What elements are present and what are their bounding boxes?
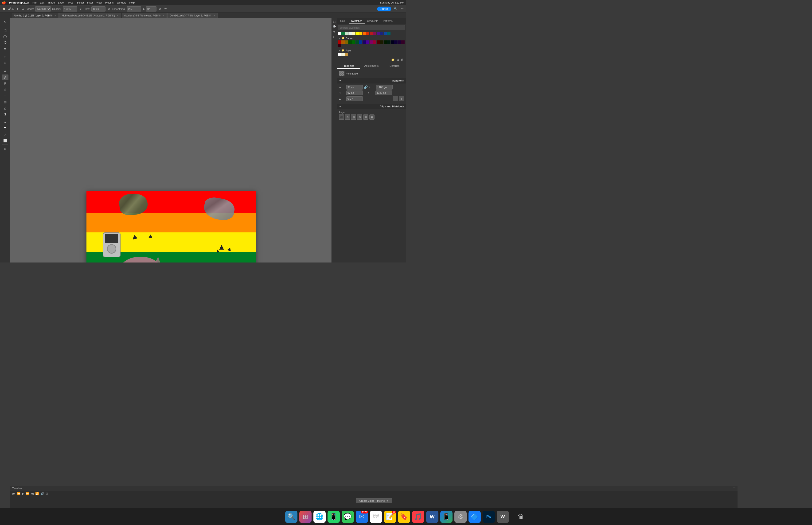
- swatch-cell[interactable]: [391, 41, 394, 44]
- tool-marquee-rect[interactable]: ⬚: [2, 28, 9, 33]
- search-btn[interactable]: 🔍: [393, 7, 398, 11]
- toolbar-home-btn[interactable]: 🏠: [1, 7, 6, 11]
- swatch-cell[interactable]: [377, 41, 380, 44]
- opacity-input[interactable]: [63, 6, 77, 12]
- darker-group-header[interactable]: ▼ 📁 Darker: [338, 36, 405, 41]
- app-name[interactable]: Photoshop 2024: [9, 1, 29, 4]
- swatch-cell[interactable]: [359, 41, 362, 44]
- swatch-cell[interactable]: [370, 41, 373, 44]
- swatch-cell[interactable]: [345, 52, 348, 56]
- w-input[interactable]: [346, 85, 363, 90]
- swatch-cell[interactable]: [341, 52, 345, 56]
- tab-1[interactable]: MobileWebsite.psd @ 48.1% (Artboard 1, R…: [59, 13, 121, 18]
- swatch-cell[interactable]: [349, 41, 352, 44]
- align-section-header[interactable]: ▼ Align and Distribute: [337, 104, 406, 109]
- swatch-cell[interactable]: [366, 41, 369, 44]
- y-input[interactable]: [376, 90, 392, 95]
- tab-gradients[interactable]: Gradients: [365, 18, 381, 24]
- align-right-btn[interactable]: ▧: [351, 115, 356, 120]
- swatch-folder-btn[interactable]: 📁: [391, 58, 395, 62]
- flip-h-btn[interactable]: ↔: [393, 96, 398, 101]
- tab-properties[interactable]: Properties: [337, 63, 360, 69]
- swatch-search-input[interactable]: [338, 25, 405, 30]
- airbrush-btn[interactable]: ⊘: [78, 7, 82, 11]
- swatch-cell[interactable]: [355, 32, 359, 35]
- menu-image[interactable]: Image: [48, 1, 55, 4]
- tab-3[interactable]: DinoBG.psd @ 77.6% (Layer 1, RGB/8) ✕: [167, 13, 218, 18]
- flow-input[interactable]: [91, 6, 106, 12]
- tool-lasso[interactable]: [2, 40, 9, 45]
- tool-eraser[interactable]: ◻: [2, 93, 9, 99]
- menu-edit[interactable]: Edit: [40, 1, 44, 4]
- swatch-cell[interactable]: [352, 41, 355, 44]
- x-input[interactable]: [376, 85, 393, 90]
- canvas-area[interactable]: 77.64% 2350 px x 2025 px (300 ppi) ▶: [10, 18, 332, 262]
- menu-file[interactable]: File: [32, 1, 37, 4]
- transform-section-header[interactable]: ▼ Transform: [337, 78, 406, 84]
- tab-color[interactable]: Color: [338, 18, 349, 24]
- more-btn[interactable]: ⋯: [400, 7, 404, 11]
- mini-chat-btn[interactable]: 💬: [332, 25, 336, 29]
- swatch-cell[interactable]: [387, 32, 390, 35]
- tool-move[interactable]: ↖: [2, 19, 9, 25]
- swatch-cell[interactable]: [384, 41, 387, 44]
- tool-gradient[interactable]: ▤: [2, 99, 9, 105]
- swatch-cell[interactable]: [345, 41, 348, 44]
- smoothing-input[interactable]: [127, 6, 141, 12]
- tool-blur[interactable]: △: [2, 105, 9, 111]
- swatch-cell[interactable]: [359, 32, 362, 35]
- swatch-cell[interactable]: [373, 32, 377, 35]
- mode-select[interactable]: Normal: [35, 6, 51, 12]
- menu-filter[interactable]: Filter: [87, 1, 93, 4]
- angle-input[interactable]: [146, 6, 156, 12]
- mini-history-btn[interactable]: ↺: [332, 30, 336, 34]
- flip-v-btn[interactable]: ↕: [399, 96, 404, 101]
- swatch-cell[interactable]: [341, 32, 345, 35]
- menu-help[interactable]: Help: [129, 1, 135, 4]
- pale-group-header[interactable]: ▼ 📁 Pale: [338, 48, 405, 52]
- align-left-btn[interactable]: ⬛: [339, 115, 344, 120]
- tool-zoom[interactable]: ⊕: [2, 146, 9, 152]
- swatch-cell[interactable]: [363, 41, 366, 44]
- align-bottom-btn[interactable]: ▦: [369, 115, 374, 120]
- tool-more[interactable]: ☰: [2, 154, 9, 160]
- rot-input[interactable]: [346, 96, 363, 101]
- mini-3d-btn[interactable]: ⬡: [332, 35, 336, 39]
- tab-2-close[interactable]: ✕: [162, 15, 164, 17]
- swatch-cell[interactable]: [338, 44, 341, 47]
- tool-crop[interactable]: ⊡: [2, 54, 9, 60]
- tool-type[interactable]: T: [2, 125, 9, 131]
- swatch-cell[interactable]: [370, 32, 373, 35]
- toolbar-options-btn[interactable]: ⊕: [16, 7, 19, 11]
- swatch-cell[interactable]: [401, 41, 404, 44]
- swatch-add-btn[interactable]: ⊞: [396, 58, 399, 62]
- swatch-cell[interactable]: [384, 32, 387, 35]
- tool-dodge[interactable]: ◑: [2, 111, 9, 117]
- pressure-btn[interactable]: ⊙: [158, 7, 162, 11]
- align-center-v-btn[interactable]: ⊠: [363, 115, 368, 120]
- mini-color-btn[interactable]: ⬚: [332, 19, 336, 24]
- tab-1-close[interactable]: ✕: [117, 15, 119, 17]
- menu-window[interactable]: Window: [117, 1, 126, 4]
- canvas[interactable]: [87, 191, 256, 262]
- swatch-cell[interactable]: [398, 41, 401, 44]
- h-input[interactable]: [346, 90, 363, 95]
- tool-shape[interactable]: ⬜: [2, 138, 9, 144]
- tab-0[interactable]: Untitled-1 @ 211% (Layer 0, RGB/8) ✕: [12, 13, 59, 18]
- swatch-cell[interactable]: [338, 32, 341, 35]
- tool-heal[interactable]: ✚: [2, 69, 9, 74]
- tool-clone-stamp[interactable]: ⎘: [2, 80, 9, 86]
- swatch-cell[interactable]: [373, 41, 377, 44]
- swatch-cell[interactable]: [394, 41, 398, 44]
- tool-marquee-ellipse[interactable]: ◯: [2, 34, 9, 39]
- apple-menu[interactable]: 🍎: [2, 1, 6, 4]
- tab-patterns[interactable]: Patterns: [381, 18, 395, 24]
- menu-select[interactable]: Select: [77, 1, 84, 4]
- tool-brush[interactable]: 🖌: [2, 75, 9, 80]
- tab-libraries[interactable]: Libraries: [383, 63, 406, 69]
- scatter-btn[interactable]: ⋯: [163, 7, 168, 11]
- tab-3-close[interactable]: ✕: [213, 15, 215, 17]
- menu-type[interactable]: Type: [68, 1, 74, 4]
- tab-adjustments[interactable]: Adjustments: [360, 63, 383, 69]
- menu-view[interactable]: View: [96, 1, 102, 4]
